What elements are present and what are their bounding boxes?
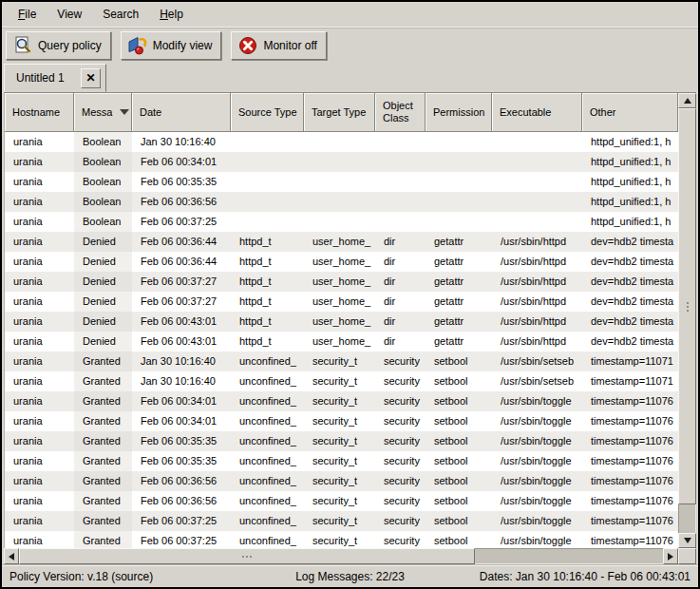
column-header-label: Permission [433, 106, 484, 119]
cell-other: dev=hdb2 timesta [582, 332, 678, 352]
table-row[interactable]: uraniaDeniedFeb 06 00:36:44httpd_tuser_h… [5, 232, 678, 252]
column-header-other[interactable]: Other [582, 93, 678, 132]
cell-target-type: security_t [304, 431, 375, 451]
cell-executable: /usr/sbin/toggle [492, 451, 582, 471]
column-header-hostname[interactable]: Hostname [5, 93, 74, 132]
cell-object-class: security [375, 511, 426, 531]
column-header-executable[interactable]: Executable [492, 93, 582, 132]
cell-other: dev=hdb2 timesta [582, 252, 678, 272]
monitor-off-button[interactable]: Monitor off [231, 31, 326, 60]
cell-hostname: urania [5, 212, 74, 232]
scroll-up-button[interactable] [678, 93, 696, 108]
table-row[interactable]: uraniaBooleanFeb 06 00:35:35httpd_unifie… [5, 172, 678, 192]
cell-source-type [231, 192, 304, 212]
cell-permission: setbool [426, 431, 492, 451]
table-row[interactable]: uraniaGrantedFeb 06 00:37:25unconfined_s… [5, 511, 678, 531]
table-row[interactable]: uraniaGrantedFeb 06 00:34:01unconfined_s… [5, 391, 678, 411]
table-row[interactable]: uraniaGrantedFeb 06 00:36:56unconfined_s… [5, 491, 678, 511]
cell-object-class: security [375, 471, 426, 491]
column-header-date[interactable]: Date [132, 93, 231, 132]
menu-item-view[interactable]: View [47, 5, 92, 24]
modify-view-icon [127, 35, 148, 56]
column-header-source-type[interactable]: Source Type [231, 93, 304, 132]
cell-other: timestamp=11076 [582, 471, 678, 491]
table-row[interactable]: uraniaGrantedFeb 06 00:34:01unconfined_s… [5, 411, 678, 431]
cell-date: Feb 06 00:35:35 [132, 451, 231, 471]
cell-target-type: security_t [304, 491, 375, 511]
table-row[interactable]: uraniaBooleanFeb 06 00:37:25httpd_unifie… [5, 212, 678, 232]
cell-messa: Boolean [74, 152, 132, 172]
tab-close-button[interactable]: ✕ [81, 68, 101, 88]
table-row[interactable]: uraniaDeniedFeb 06 00:36:44httpd_tuser_h… [5, 252, 678, 272]
cell-messa: Granted [74, 371, 132, 391]
cell-source-type: unconfined_ [231, 491, 304, 511]
cell-other: timestamp=11076 [582, 431, 678, 451]
table-row[interactable]: uraniaGrantedFeb 06 00:37:25unconfined_s… [5, 531, 678, 548]
cell-permission: setbool [426, 352, 492, 371]
cell-object-class: security [375, 371, 426, 391]
scroll-right-button[interactable] [663, 548, 678, 564]
cell-permission [426, 132, 492, 152]
horizontal-scrollbar[interactable] [4, 548, 678, 564]
cell-object-class: dir [375, 272, 426, 292]
cell-other: timestamp=11071 [582, 371, 678, 391]
table-row[interactable]: uraniaBooleanJan 30 10:16:40httpd_unifie… [5, 132, 678, 152]
table-row[interactable]: uraniaGrantedJan 30 10:16:40unconfined_s… [5, 371, 678, 391]
column-header-permission[interactable]: Permission [426, 93, 492, 132]
cell-hostname: urania [5, 391, 74, 411]
cell-object-class: security [375, 411, 426, 431]
cell-permission: setbool [426, 511, 492, 531]
table-row[interactable]: uraniaGrantedJan 30 10:16:40unconfined_s… [5, 352, 678, 371]
cell-other: httpd_unified:1, h [582, 212, 678, 232]
cell-date: Feb 06 00:36:56 [132, 471, 231, 491]
menu-item-help[interactable]: Help [149, 5, 194, 24]
table-body: uraniaBooleanJan 30 10:16:40httpd_unifie… [5, 132, 678, 548]
cell-target-type: security_t [304, 391, 375, 411]
cell-source-type: httpd_t [231, 312, 304, 332]
column-header-target-type[interactable]: Target Type [304, 93, 375, 132]
cell-other: timestamp=11076 [582, 411, 678, 431]
horizontal-scrollbar-thumb[interactable] [19, 548, 475, 564]
table-row[interactable]: uraniaBooleanFeb 06 00:34:01httpd_unifie… [5, 152, 678, 172]
vertical-scrollbar-thumb[interactable] [678, 108, 696, 504]
cell-executable: /usr/sbin/setseb [492, 352, 582, 371]
scroll-down-button[interactable] [678, 533, 696, 548]
table-row[interactable]: uraniaGrantedFeb 06 00:35:35unconfined_s… [5, 451, 678, 471]
vertical-scrollbar[interactable] [678, 93, 696, 548]
modify-view-button[interactable]: Modify view [121, 31, 222, 60]
cell-target-type: security_t [304, 471, 375, 491]
menu-item-search[interactable]: Search [92, 5, 149, 24]
column-header-label: Date [140, 106, 161, 119]
cell-hostname: urania [5, 152, 74, 172]
table-row[interactable]: uraniaGrantedFeb 06 00:35:35unconfined_s… [5, 431, 678, 451]
table-row[interactable]: uraniaDeniedFeb 06 00:37:27httpd_tuser_h… [5, 292, 678, 312]
cell-source-type: unconfined_ [231, 411, 304, 431]
table-row[interactable]: uraniaGrantedFeb 06 00:36:56unconfined_s… [5, 471, 678, 491]
cell-other: httpd_unified:1, h [582, 152, 678, 172]
column-header-label: Object Class [383, 100, 421, 124]
table-row[interactable]: uraniaDeniedFeb 06 00:43:01httpd_tuser_h… [5, 332, 678, 352]
cell-source-type: unconfined_ [231, 391, 304, 411]
column-header-messa[interactable]: Messa [74, 93, 132, 132]
cell-executable: /usr/sbin/httpd [492, 232, 582, 252]
table-row[interactable]: uraniaDeniedFeb 06 00:43:01httpd_tuser_h… [5, 312, 678, 332]
cell-target-type: user_home_ [304, 292, 375, 312]
cell-hostname: urania [5, 371, 74, 391]
column-header-object-class[interactable]: Object Class [375, 93, 426, 132]
table-row[interactable]: uraniaBooleanFeb 06 00:36:56httpd_unifie… [5, 192, 678, 212]
cell-source-type: unconfined_ [231, 371, 304, 391]
column-header-label: Messa [82, 106, 112, 119]
cell-source-type: httpd_t [231, 272, 304, 292]
cell-object-class: security [375, 491, 426, 511]
scroll-left-button[interactable] [4, 548, 19, 564]
cell-hostname: urania [5, 332, 74, 352]
query-policy-button[interactable]: Query policy [6, 31, 111, 60]
cell-other: timestamp=11076 [582, 491, 678, 511]
table-row[interactable]: uraniaDeniedFeb 06 00:37:27httpd_tuser_h… [5, 272, 678, 292]
cell-object-class: dir [375, 252, 426, 272]
cell-messa: Denied [74, 252, 132, 272]
cell-date: Feb 06 00:34:01 [132, 391, 231, 411]
cell-executable [492, 172, 582, 192]
tab-untitled-1[interactable]: Untitled 1 ✕ [4, 64, 106, 92]
menu-item-file[interactable]: File [8, 5, 47, 24]
